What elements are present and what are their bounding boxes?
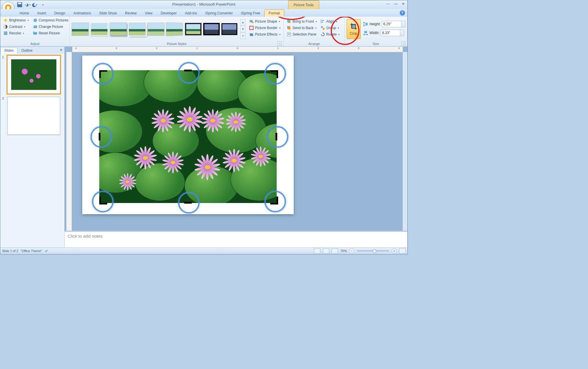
align-button[interactable]: Align▾: [319, 19, 341, 24]
slides-tab[interactable]: Slides: [0, 47, 18, 54]
width-label: Width:: [369, 31, 379, 35]
minimize-button[interactable]: —: [385, 1, 391, 6]
selection-pane-button[interactable]: Selection Pane: [285, 31, 318, 37]
compress-pictures-button[interactable]: Compress Pictures: [32, 17, 70, 23]
picture-border-button[interactable]: Picture Border▾: [248, 25, 282, 31]
svg-rect-23: [288, 27, 290, 29]
picture-object[interactable]: [99, 70, 277, 203]
crop-handle-tl[interactable]: [99, 70, 107, 78]
crop-handle-r[interactable]: [275, 133, 277, 140]
tab-ispring-free[interactable]: iSpring Free: [237, 10, 264, 17]
crop-handle-b[interactable]: [184, 202, 192, 204]
tab-review[interactable]: Review: [121, 10, 141, 17]
size-launcher[interactable]: ↘: [401, 41, 405, 46]
ribbon: Brightness▾ Contrast▾ Recolor▾ Compress …: [0, 17, 407, 46]
tab-slideshow[interactable]: Slide Show: [95, 10, 121, 17]
normal-view-button[interactable]: [314, 248, 320, 254]
crop-handle-bl[interactable]: [99, 197, 107, 204]
undo-button[interactable]: ▾: [24, 1, 31, 8]
style-thumb-5[interactable]: [147, 23, 164, 36]
tab-design[interactable]: Design: [50, 10, 69, 17]
compress-label: Compress Pictures: [39, 18, 68, 22]
crop-handle-l[interactable]: [99, 133, 100, 140]
rotate-button[interactable]: Rotate▾: [319, 31, 341, 37]
style-thumb-8[interactable]: [203, 23, 220, 35]
bring-to-front-button[interactable]: Bring to Front▾: [285, 19, 318, 24]
crop-handle-br[interactable]: [270, 197, 278, 204]
width-icon: [363, 30, 368, 36]
slide-thumb-2[interactable]: 2: [2, 97, 63, 135]
gallery-scroll: ▲ ▼ ▾: [240, 19, 246, 39]
title-bar: ▾ ▾ Presentation1 - Microsoft PowerPoint…: [0, 0, 407, 9]
gallery-down-button[interactable]: ▼: [240, 26, 246, 32]
tab-ispring-converter[interactable]: iSpring Converter: [201, 10, 237, 17]
redo-button[interactable]: [32, 1, 38, 8]
recolor-button[interactable]: Recolor▾: [2, 30, 30, 36]
group-label-adjust: Adjust: [2, 42, 68, 46]
outline-tab[interactable]: Outline: [18, 47, 36, 54]
style-thumb-4[interactable]: [129, 23, 146, 36]
send-to-back-button[interactable]: Send to Back▾: [285, 25, 318, 31]
zoom-in-button[interactable]: +: [392, 248, 397, 254]
zoom-slider[interactable]: [357, 250, 389, 251]
svg-rect-19: [250, 34, 253, 36]
height-input[interactable]: 6.25": [382, 21, 405, 27]
reset-picture-button[interactable]: Reset Picture: [32, 30, 70, 36]
brightness-button[interactable]: Brightness▾: [2, 17, 30, 23]
style-thumb-3[interactable]: [110, 23, 127, 36]
tab-developer[interactable]: Developer: [157, 10, 181, 17]
tab-format[interactable]: Format: [264, 9, 284, 17]
tab-insert[interactable]: Insert: [33, 10, 50, 17]
fit-to-window-button[interactable]: [399, 248, 406, 254]
width-input[interactable]: 8.33": [381, 30, 404, 36]
window-title: Presentation1 - Microsoft PowerPoint: [0, 2, 407, 6]
spellcheck-icon[interactable]: [44, 249, 48, 253]
styles-launcher[interactable]: ↘: [278, 41, 282, 46]
zoom-out-button[interactable]: −: [349, 248, 355, 254]
vertical-ruler[interactable]: [66, 52, 72, 241]
tab-home[interactable]: Home: [16, 10, 33, 17]
tab-view[interactable]: View: [141, 10, 157, 17]
qat-more-button[interactable]: ▾: [39, 1, 46, 8]
svg-rect-29: [322, 22, 323, 23]
crop-handle-tr[interactable]: [270, 70, 278, 78]
help-button[interactable]: ?: [400, 10, 405, 16]
gallery-up-button[interactable]: ▲: [240, 19, 246, 26]
zoom-value[interactable]: 70%: [340, 249, 347, 253]
crop-button[interactable]: Crop: [347, 19, 361, 39]
crop-handle-t[interactable]: [184, 70, 192, 71]
tab-addins[interactable]: Add-Ins: [181, 10, 201, 17]
notes-pane[interactable]: Click to add notes: [65, 231, 407, 248]
slide-canvas[interactable]: [82, 56, 294, 214]
slide-thumb-1[interactable]: 1: [2, 56, 63, 94]
close-button[interactable]: ✕: [400, 1, 406, 6]
slide-panel-close[interactable]: ✕: [60, 48, 63, 52]
thumb-image-1: [11, 59, 56, 90]
svg-rect-12: [34, 19, 37, 22]
group-button[interactable]: Group▾: [319, 25, 341, 31]
thumb-image-2: [7, 97, 60, 135]
gallery-more-button[interactable]: ▾: [240, 33, 246, 39]
picture-effects-button[interactable]: Picture Effects▾: [248, 31, 282, 37]
contrast-button[interactable]: Contrast▾: [2, 24, 30, 30]
slideshow-view-button[interactable]: [332, 248, 338, 254]
style-thumb-2[interactable]: [90, 22, 108, 36]
contextual-tab-picture-tools[interactable]: Picture Tools: [288, 0, 319, 9]
change-label: Change Picture: [39, 25, 63, 29]
sorter-view-button[interactable]: [323, 248, 329, 254]
save-button[interactable]: [16, 1, 23, 8]
vertical-scrollbar[interactable]: [403, 52, 407, 241]
style-thumb-1[interactable]: [72, 23, 89, 36]
style-thumb-7[interactable]: [185, 23, 201, 35]
selection-pane-label: Selection Pane: [293, 32, 316, 36]
picture-shape-button[interactable]: Picture Shape▾: [248, 19, 282, 24]
group-adjust: Brightness▾ Contrast▾ Recolor▾ Compress …: [0, 17, 70, 46]
tab-animations[interactable]: Animations: [69, 10, 95, 17]
style-thumb-6[interactable]: [166, 22, 183, 36]
maximize-button[interactable]: ▭: [393, 1, 399, 6]
style-thumb-9[interactable]: [221, 23, 237, 35]
horizontal-ruler[interactable]: 432101234: [72, 47, 403, 52]
slide-panel: Slides Outline ✕ 1 2: [0, 47, 65, 248]
change-picture-button[interactable]: Change Picture: [32, 24, 70, 30]
svg-point-16: [252, 21, 253, 23]
